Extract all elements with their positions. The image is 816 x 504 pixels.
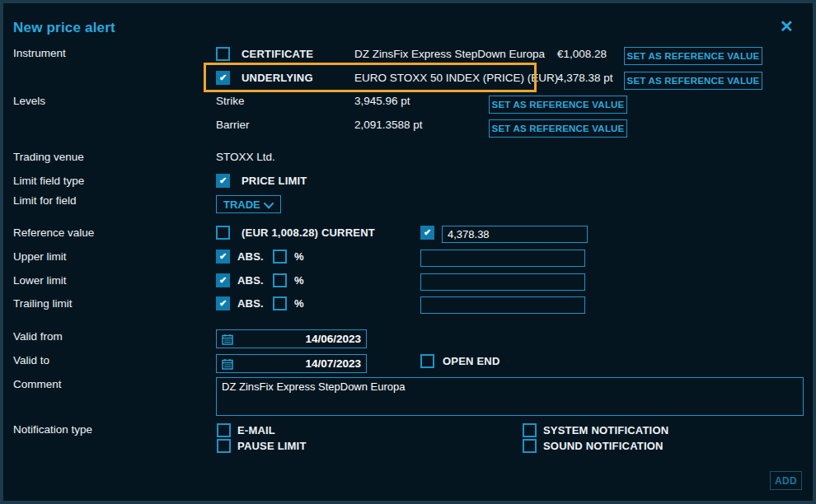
- upper-limit-pct-label: %: [294, 250, 304, 263]
- add-button[interactable]: ADD: [770, 471, 802, 490]
- underlying-set-reference-button[interactable]: SET AS REFERENCE VALUE: [624, 72, 762, 90]
- lower-limit-abs-checkbox[interactable]: [216, 273, 230, 287]
- lower-limit-input[interactable]: [420, 273, 585, 291]
- barrier-value: 2,091.3588 pt: [354, 119, 423, 131]
- pause-limit-label: PAUSE LIMIT: [237, 440, 307, 452]
- sound-notification-label: SOUND NOTIFICATION: [543, 440, 664, 452]
- barrier-set-reference-button[interactable]: SET AS REFERENCE VALUE: [489, 119, 627, 138]
- reference-current-checkbox-label: (EUR 1,008.28) CURRENT: [242, 226, 375, 239]
- reference-current-checkbox[interactable]: [216, 226, 230, 240]
- limit-field-type-label: Limit field type: [13, 175, 84, 187]
- calendar-icon: [222, 358, 233, 370]
- underlying-price: 4,378.38 pt: [557, 72, 613, 84]
- system-notification-checkbox[interactable]: [523, 423, 537, 437]
- strike-label: Strike: [216, 95, 245, 107]
- valid-to-label: Valid to: [13, 354, 49, 366]
- underlying-name: EURO STOXX 50 INDEX (PRICE) (EUR): [354, 72, 558, 84]
- strike-value: 3,945.96 pt: [354, 95, 410, 107]
- comment-label: Comment: [13, 378, 62, 390]
- trailing-limit-pct-label: %: [294, 297, 304, 310]
- upper-limit-abs-label: ABS.: [237, 250, 264, 263]
- price-limit-checkbox[interactable]: [216, 174, 230, 188]
- chevron-down-icon: [264, 198, 274, 208]
- certificate-checkbox-label: CERTIFICATE: [242, 48, 313, 60]
- trading-venue-label: Trading venue: [13, 151, 84, 163]
- valid-from-label: Valid from: [13, 330, 63, 343]
- lower-limit-pct-checkbox[interactable]: [273, 273, 287, 287]
- strike-set-reference-button[interactable]: SET AS REFERENCE VALUE: [489, 96, 627, 114]
- limit-for-field-dropdown[interactable]: TRADE: [216, 195, 281, 213]
- lower-limit-pct-label: %: [294, 274, 304, 287]
- system-notification-label: SYSTEM NOTIFICATION: [543, 424, 668, 436]
- valid-from-date: 14/06/2023: [305, 333, 361, 345]
- underlying-checkbox-label: UNDERLYING: [242, 72, 313, 84]
- limit-for-field-label: Limit for field: [13, 194, 77, 207]
- reference-custom-checkbox[interactable]: [420, 226, 434, 240]
- open-end-label: OPEN END: [443, 355, 500, 367]
- lower-limit-label: Lower limit: [13, 274, 67, 287]
- email-label: E-MAIL: [237, 424, 275, 436]
- pause-limit-checkbox[interactable]: [217, 439, 231, 453]
- dialog-title: New price alert: [13, 20, 115, 36]
- certificate-price: €1,008.28: [557, 48, 607, 60]
- notification-type-label: Notification type: [13, 423, 92, 436]
- trailing-limit-input[interactable]: [420, 296, 585, 314]
- barrier-label: Barrier: [216, 119, 250, 131]
- upper-limit-input[interactable]: [420, 250, 585, 267]
- close-icon[interactable]: ✕: [780, 18, 794, 35]
- lower-limit-abs-label: ABS.: [237, 274, 264, 287]
- certificate-checkbox[interactable]: [216, 47, 230, 61]
- upper-limit-label: Upper limit: [13, 250, 67, 263]
- valid-from-datepicker[interactable]: 14/06/2023: [216, 329, 367, 348]
- instrument-label: Instrument: [13, 47, 66, 59]
- reference-value-input[interactable]: [442, 226, 588, 243]
- sound-notification-checkbox[interactable]: [523, 439, 537, 453]
- underlying-checkbox[interactable]: [216, 71, 230, 85]
- limit-for-field-selected: TRADE: [223, 198, 260, 211]
- trading-venue-value: STOXX Ltd.: [216, 151, 275, 163]
- trailing-limit-abs-checkbox[interactable]: [216, 296, 230, 310]
- trailing-limit-pct-checkbox[interactable]: [273, 296, 287, 310]
- comment-textarea[interactable]: DZ ZinsFix Express StepDown Europa: [216, 377, 804, 416]
- upper-limit-pct-checkbox[interactable]: [273, 250, 287, 264]
- new-price-alert-dialog: New price alert ✕ Instrument CERTIFICATE…: [0, 0, 816, 504]
- trailing-limit-label: Trailing limit: [13, 297, 73, 310]
- certificate-set-reference-button[interactable]: SET AS REFERENCE VALUE: [624, 47, 762, 65]
- levels-label: Levels: [13, 95, 45, 107]
- valid-to-date: 14/07/2023: [305, 357, 361, 370]
- email-checkbox[interactable]: [217, 423, 231, 437]
- valid-to-datepicker[interactable]: 14/07/2023: [216, 354, 367, 373]
- reference-value-label: Reference value: [13, 226, 94, 239]
- price-limit-checkbox-label: PRICE LIMIT: [242, 175, 307, 187]
- certificate-name: DZ ZinsFix Express StepDown Europa: [354, 48, 545, 60]
- upper-limit-abs-checkbox[interactable]: [216, 250, 230, 264]
- calendar-icon: [222, 334, 233, 345]
- trailing-limit-abs-label: ABS.: [237, 297, 264, 310]
- open-end-checkbox[interactable]: [420, 354, 434, 368]
